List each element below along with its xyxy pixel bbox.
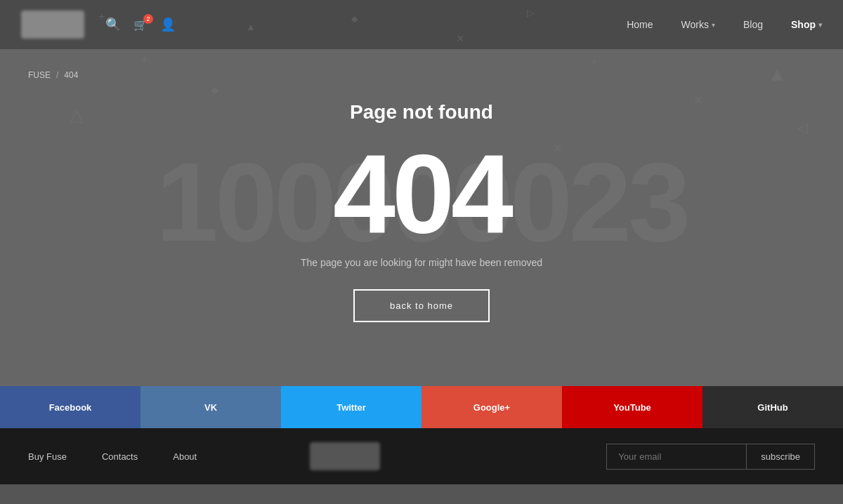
works-chevron-icon: ▾ xyxy=(712,21,715,29)
nav-shop[interactable]: Shop ▾ xyxy=(791,19,822,30)
error-subtitle: The page you are looking for might have … xyxy=(301,257,542,268)
page-not-found-title: Page not found xyxy=(350,101,493,124)
footer-link-buy-fuse[interactable]: Buy Fuse xyxy=(28,451,67,462)
breadcrumb-current: 404 xyxy=(64,70,78,80)
social-youtube[interactable]: YouTube xyxy=(562,386,702,428)
breadcrumb: FUSE / 404 xyxy=(28,70,78,80)
social-github[interactable]: GitHub xyxy=(702,386,843,428)
search-icon[interactable]: 🔍 xyxy=(105,17,121,32)
nav-blog[interactable]: Blog xyxy=(743,19,763,30)
error-404-container: 100000023 404 xyxy=(333,138,510,250)
subscribe-button[interactable]: subscribe xyxy=(747,444,815,470)
main-content: ▲ × + ◁ + △ ◆ × FUSE / 404 Page not foun… xyxy=(0,49,843,386)
social-vk[interactable]: VK xyxy=(140,386,281,428)
header: + ▲ ◆ × ▷ 🔍 🛒 2 👤 Home Works ▾ Blog Shop… xyxy=(0,0,843,49)
nav-home[interactable]: Home xyxy=(627,19,653,30)
footer: Buy Fuse Contacts About subscribe xyxy=(0,428,843,484)
social-twitter[interactable]: Twitter xyxy=(281,386,422,428)
cart-count-badge: 2 xyxy=(143,14,153,24)
breadcrumb-home[interactable]: FUSE xyxy=(28,70,51,80)
social-googleplus[interactable]: Google+ xyxy=(422,386,562,428)
footer-logo[interactable] xyxy=(310,442,380,470)
logo[interactable] xyxy=(21,11,84,39)
user-icon[interactable]: 👤 xyxy=(160,17,176,32)
shop-chevron-icon: ▾ xyxy=(818,21,822,29)
footer-link-contacts[interactable]: Contacts xyxy=(102,451,138,462)
nav-works[interactable]: Works ▾ xyxy=(681,19,715,30)
footer-link-about[interactable]: About xyxy=(173,451,197,462)
social-facebook[interactable]: Facebook xyxy=(0,386,140,428)
footer-subscribe-form: subscribe xyxy=(606,444,815,470)
main-nav: Home Works ▾ Blog Shop ▾ xyxy=(627,19,822,30)
back-to-home-button[interactable]: back to home xyxy=(353,289,490,322)
cart-icon-wrapper[interactable]: 🛒 2 xyxy=(133,18,148,32)
footer-links: Buy Fuse Contacts About xyxy=(28,451,197,462)
email-input[interactable] xyxy=(606,444,747,470)
social-bar: Facebook VK Twitter Google+ YouTube GitH… xyxy=(0,386,843,428)
header-icons: 🔍 🛒 2 👤 xyxy=(105,17,176,32)
error-404-main-text: 404 xyxy=(333,138,510,250)
breadcrumb-separator: / xyxy=(56,70,58,80)
